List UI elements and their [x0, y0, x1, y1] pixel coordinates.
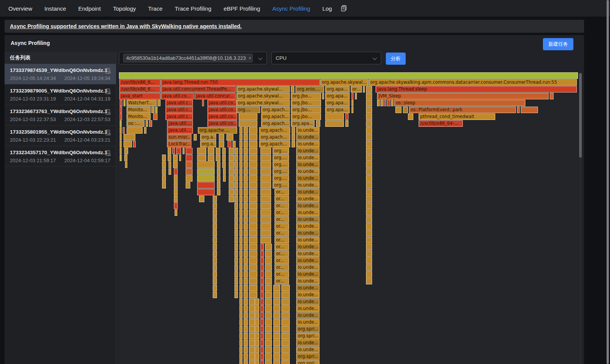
tab-log[interactable]: Log: [316, 5, 338, 12]
flame-cell[interactable]: [173, 161, 178, 168]
flame-cell[interactable]: [213, 257, 217, 264]
flame-cell[interactable]: [366, 189, 372, 195]
flame-cell[interactable]: [244, 271, 248, 278]
flame-cell[interactable]: [380, 100, 384, 106]
flame-cell[interactable]: or...: [274, 223, 289, 230]
tab-overview[interactable]: Overview: [2, 5, 39, 12]
tab-async-profiling[interactable]: Async Profiling: [266, 5, 316, 12]
page-scrollbar-thumb[interactable]: [607, 0, 609, 364]
flame-cell[interactable]: [219, 141, 224, 147]
flame-cell[interactable]: [174, 196, 178, 202]
flame-cell[interactable]: java.lang.Thread.sleep: [376, 86, 577, 93]
flame-cell[interactable]: [281, 360, 290, 364]
flame-cell[interactable]: org.spri...: [296, 353, 319, 360]
flame-cell[interactable]: [197, 161, 215, 168]
flame-cell[interactable]: java.util.co...: [207, 120, 237, 127]
tab-trace-profiling[interactable]: Trace Profiling: [169, 5, 217, 12]
flame-cell[interactable]: io.unde...: [296, 251, 319, 257]
flame-cell[interactable]: [217, 175, 220, 182]
flame-cell[interactable]: [244, 333, 248, 339]
flame-cell[interactable]: [244, 196, 248, 202]
flame-cell[interactable]: [255, 299, 259, 305]
flame-cell[interactable]: [162, 155, 166, 161]
flame-cell[interactable]: [239, 340, 242, 346]
flame-cell[interactable]: [239, 120, 257, 127]
flame-cell[interactable]: [234, 285, 238, 291]
flame-cell[interactable]: [255, 333, 259, 339]
flame-cell[interactable]: [292, 134, 295, 140]
flame-cell[interactable]: [345, 120, 348, 127]
flame-cell[interactable]: [244, 319, 248, 326]
flame-cell[interactable]: java.util.c...: [165, 100, 193, 106]
flame-cell[interactable]: java.util.co...: [207, 113, 237, 120]
flame-cell[interactable]: or...: [274, 257, 289, 264]
flame-cell[interactable]: [249, 264, 257, 271]
flame-cell[interactable]: [125, 161, 127, 168]
flame-cell[interactable]: [244, 353, 248, 360]
flame-cell[interactable]: [249, 203, 257, 209]
flame-cell[interactable]: [244, 230, 248, 236]
flame-cell[interactable]: [244, 326, 248, 332]
flame-cell[interactable]: [355, 93, 357, 99]
flame-cell[interactable]: [292, 127, 295, 134]
flame-cell[interactable]: os::...: [127, 120, 144, 127]
flame-cell[interactable]: org.a...: [200, 141, 216, 147]
flame-cell[interactable]: [239, 148, 242, 154]
flame-cell[interactable]: [120, 113, 122, 120]
flame-cell[interactable]: pthread_cond_timedwait: [419, 113, 495, 120]
flame-cell[interactable]: [322, 93, 324, 99]
flame-cell[interactable]: [366, 168, 372, 175]
flame-cell[interactable]: [229, 196, 234, 202]
flame-cell[interactable]: java.util.c...: [165, 113, 193, 120]
flame-cell[interactable]: [265, 244, 272, 250]
flame-cell[interactable]: [186, 175, 193, 182]
flame-cell[interactable]: [249, 175, 257, 182]
flame-cell[interactable]: [234, 292, 238, 298]
flame-cell[interactable]: [249, 196, 257, 202]
flame-cell[interactable]: org.xnio....: [295, 86, 324, 93]
flame-cell[interactable]: [213, 292, 217, 298]
task-item[interactable]: 1733379874539_YWdlbnQ6OnNvbmdz.12024-12-…: [5, 64, 116, 85]
flame-cell[interactable]: org.spri...: [296, 326, 319, 332]
flame-cell[interactable]: [255, 305, 259, 312]
flame-cell[interactable]: [366, 257, 372, 264]
flame-cell[interactable]: org.apache.skywal...: [236, 100, 290, 106]
flame-cell[interactable]: [186, 155, 193, 161]
flame-cell[interactable]: java.util.co...: [207, 107, 237, 113]
flame-cell[interactable]: [162, 161, 166, 168]
flame-cell[interactable]: [260, 271, 264, 278]
flame-cell[interactable]: [217, 168, 220, 175]
flame-cell[interactable]: [239, 155, 242, 161]
flame-cell[interactable]: [244, 223, 248, 230]
flame-cell[interactable]: [260, 346, 264, 353]
flame-cell[interactable]: or...: [274, 244, 289, 250]
flame-cell[interactable]: [239, 216, 242, 223]
flame-cell[interactable]: [260, 299, 264, 305]
flame-cell[interactable]: [216, 155, 220, 161]
flame-cell[interactable]: [183, 148, 185, 154]
flame-cell[interactable]: [244, 285, 248, 291]
flame-cell[interactable]: [244, 257, 248, 264]
flame-cell[interactable]: [265, 346, 272, 353]
inspect-task-icon[interactable]: [105, 88, 111, 95]
flame-cell[interactable]: [213, 244, 217, 250]
flame-cell[interactable]: [249, 189, 257, 195]
flame-cell[interactable]: [213, 251, 217, 257]
flame-cell[interactable]: org.a...: [200, 134, 216, 140]
flame-cell[interactable]: [213, 203, 217, 209]
flame-cell[interactable]: org.apa...: [325, 93, 350, 99]
flame-cell[interactable]: [265, 319, 272, 326]
flame-cell[interactable]: java.util.co...: [161, 93, 194, 99]
flame-cell[interactable]: [162, 182, 166, 188]
flame-cell[interactable]: [146, 120, 148, 127]
flame-cell[interactable]: org.apach...: [261, 107, 290, 113]
flame-cell[interactable]: [179, 155, 181, 161]
flame-cell[interactable]: [234, 216, 238, 223]
flame-cell[interactable]: [222, 161, 226, 168]
flame-cell[interactable]: sun.misc...: [167, 134, 191, 140]
flame-cell[interactable]: [226, 134, 233, 140]
flame-scrollbar-thumb[interactable]: [579, 73, 582, 158]
flame-cell[interactable]: java.util.co...: [207, 100, 237, 106]
task-item[interactable]: 1733239879005_YWdlbnQ6OnNvbmdz.12024-12-…: [5, 85, 116, 105]
flame-cell[interactable]: io.unde...: [296, 285, 319, 291]
